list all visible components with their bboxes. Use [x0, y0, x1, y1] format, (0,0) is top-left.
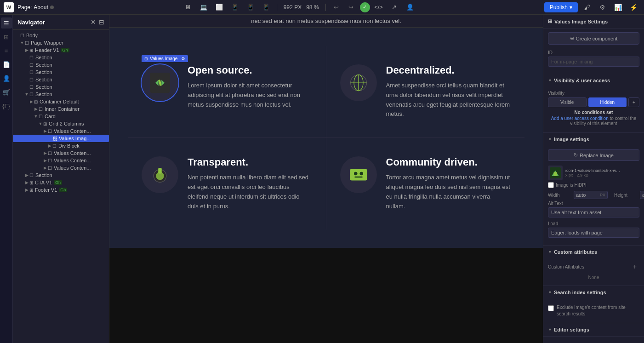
dimensions-section: Width PX Height PX [548, 191, 639, 199]
nav-tree-item[interactable]: ☐ Section [13, 76, 109, 83]
add-attr-button[interactable]: + [630, 262, 639, 271]
nav-tree-item[interactable]: ▶ ☐ Section [13, 172, 109, 179]
search-index-header[interactable]: ▼ Search index settings [543, 286, 644, 299]
custom-attr-none: None [548, 273, 639, 282]
cms-icon[interactable]: ≡ [1, 45, 12, 56]
value-card-1: ⊞ Values Image ⚙ [128, 46, 326, 138]
visibility-plus-button[interactable]: + [628, 97, 639, 107]
nav-item-icon: ☐ [20, 33, 24, 38]
nav-item-label: Section [35, 62, 52, 68]
brush-btn[interactable]: 🖌 [581, 2, 593, 13]
custom-attributes-arrow: ▼ [548, 250, 552, 254]
alt-text-select[interactable]: Use alt text from asset [548, 207, 639, 217]
nav-icon[interactable]: ☰ [1, 17, 12, 29]
nav-tree-item[interactable]: ▶ ⊞ Footer V1 Gh [13, 186, 109, 194]
nav-tree-item[interactable]: ▶ ⊞ CTA V1 Gh [13, 179, 109, 186]
image-name: icon-1-values-finantech-x-web... [565, 168, 621, 173]
users-icon[interactable]: 👤 [1, 73, 12, 84]
image-settings-arrow: ▼ [548, 137, 552, 142]
search-index-title: ▼ Search index settings [548, 290, 606, 295]
search-exclude-checkbox[interactable] [548, 305, 554, 311]
publish-button[interactable]: Publish ▾ [544, 2, 578, 12]
topbar: W Page: About 🖥 💻 ⬜ 📱 📱 📱 992 PX 98 % ↩ … [0, 0, 644, 15]
redo-btn[interactable]: ↪ [344, 2, 358, 13]
bolt-btn[interactable]: ⚡ [627, 2, 640, 13]
navigator-collapse-btn[interactable]: ⊟ [99, 18, 104, 26]
nav-tree-item[interactable]: ▶ ☐ Values Conten... [13, 157, 109, 164]
search-index-section: ▼ Search index settings Exclude Image's … [543, 286, 644, 323]
nav-tree-item[interactable]: ▶ ☐ Values Conten... [13, 149, 109, 157]
image-settings-header[interactable]: ▼ Image settings [543, 133, 644, 146]
nav-tree-item[interactable]: 🖼 Values Imag... [13, 135, 109, 142]
replace-image-button[interactable]: ↻ Replace Image [548, 149, 639, 161]
hidden-button[interactable]: Hidden [588, 97, 627, 107]
settings-btn[interactable]: ⚙ [596, 2, 609, 13]
code-editor-btn[interactable]: </> [372, 2, 386, 13]
nav-tree-item[interactable]: ▶ ☐ Div Block [13, 142, 109, 149]
right-panel-icon: ⊞ [548, 18, 552, 24]
nav-tree-item[interactable]: ☐ Body [13, 32, 109, 39]
nav-tree-item[interactable]: ▶ ☐ Values Conten... [13, 164, 109, 172]
nav-item-label: Section [35, 55, 52, 60]
nav-tree-item[interactable]: ☐ Section [13, 54, 109, 61]
visible-button[interactable]: Visible [548, 97, 587, 107]
visibility-header[interactable]: ▼ Visibility & user access [543, 74, 644, 87]
custom-attributes-header[interactable]: ▼ Custom attributes [543, 246, 644, 258]
no-conditions-link[interactable]: Add a user access condition [551, 116, 609, 121]
value-text-3: Transparent. Non potenti nam nulla liber… [188, 156, 312, 211]
share-btn[interactable]: ↗ [388, 2, 401, 13]
main-layout: ☰ ⊞ ≡ 📄 👤 🛒 {F} Navigator ✕ ⊟ ☐ Body ▼ ☐ [0, 15, 644, 343]
user-btn[interactable]: 👤 [403, 2, 417, 13]
search-index-arrow: ▼ [548, 290, 552, 295]
tablet-btn[interactable]: 📱 [228, 2, 242, 13]
nav-tree-item[interactable]: ▶ ⊞ Container Default [13, 98, 109, 105]
nav-tree-item[interactable]: ☐ Section [13, 69, 109, 76]
variables-icon[interactable]: {F} [1, 100, 12, 111]
components-icon[interactable]: ⊞ [1, 31, 12, 42]
page-name: About [34, 4, 48, 11]
tablet-landscape-btn[interactable]: ⬜ [212, 2, 226, 13]
value-body-2: Amet suspendisse orci tellus quam blandi… [386, 81, 511, 119]
pages-icon[interactable]: 📄 [1, 59, 12, 70]
visibility-arrow: ▼ [548, 78, 552, 83]
nav-tree-item[interactable]: ▶ ☐ Inner Container [13, 105, 109, 113]
values-image-icon[interactable] [142, 64, 178, 101]
nav-tree-item[interactable]: ▶ ⊞ Header V1 Gh [13, 46, 109, 54]
editor-settings-header[interactable]: ▼ Editor settings [543, 323, 644, 336]
width-input[interactable] [576, 192, 599, 198]
nav-tree-item[interactable]: ▼ ☐ Page Wrapper [13, 39, 109, 46]
nav-tree-item[interactable]: ▼ ☐ Card [13, 113, 109, 120]
id-input[interactable] [548, 57, 639, 67]
navigator-close-btn[interactable]: ✕ [91, 18, 96, 26]
desktop-btn[interactable]: 💻 [197, 2, 211, 13]
selected-element-label: ⊞ Values Image ⚙ [142, 55, 188, 62]
hidpi-checkbox[interactable] [548, 182, 554, 188]
nav-item-label: Section [35, 69, 52, 75]
canvas-scroll[interactable]: nec sed erat non metus suspendisse mus n… [109, 15, 543, 343]
desktop-large-btn[interactable]: 🖥 [181, 2, 195, 13]
create-component-section: ⊕ Create component [543, 29, 644, 48]
nav-tree-item[interactable]: ▼ ⊞ Grid 2 Columns [13, 120, 109, 127]
nav-item-icon: ☐ [48, 129, 52, 134]
analytics-btn[interactable]: 📊 [612, 2, 625, 13]
value-body-3: Non potenti nam nulla libero diam elit s… [188, 173, 312, 211]
code-svg-icon [150, 73, 170, 93]
nav-tree-item[interactable]: ▼ ☐ Section [13, 91, 109, 98]
load-label: Load [548, 221, 639, 226]
mobile-landscape-btn[interactable]: 📱 [244, 2, 257, 13]
topbar-left: W Page: About [4, 2, 54, 12]
custom-attr-row: Custom Attributes + [548, 262, 639, 271]
nav-tree-item[interactable]: ▶ ☐ Values Conten... [13, 127, 109, 135]
nav-arrow: ▶ [42, 129, 48, 133]
undo-btn[interactable]: ↩ [330, 2, 343, 13]
editor-settings-arrow: ▼ [548, 327, 552, 332]
mobile-btn[interactable]: 📱 [259, 2, 273, 13]
nav-tree-item[interactable]: ☐ Section [13, 61, 109, 69]
ecommerce-icon[interactable]: 🛒 [1, 86, 12, 97]
load-select[interactable]: Eager: loads with page [548, 228, 639, 238]
nav-arrow: ▼ [33, 114, 39, 119]
height-input[interactable] [642, 192, 644, 198]
custom-attributes-content: Custom Attributes + None [543, 258, 644, 286]
create-component-button[interactable]: ⊕ Create component [548, 32, 639, 45]
nav-tree-item[interactable]: ☐ Section [13, 83, 109, 91]
